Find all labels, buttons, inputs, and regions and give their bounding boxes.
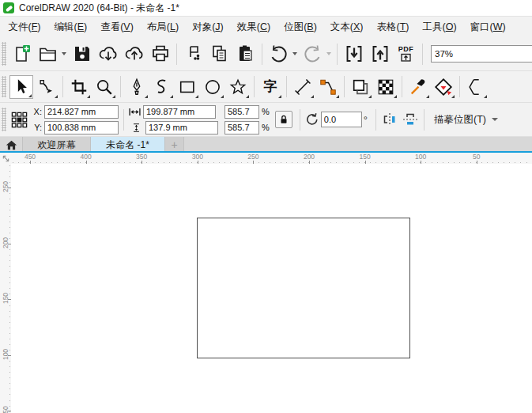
menu-item-E[interactable]: 编辑(E) [47, 17, 94, 37]
mirror-vertical-button[interactable] [400, 109, 421, 130]
menu-bar: 文件(F)编辑(E)查看(V)布局(L)对象(J)效果(C)位图(B)文本(X)… [0, 17, 532, 37]
toolbox-separator [459, 76, 460, 97]
x-position-input[interactable] [44, 105, 119, 119]
object-width-input[interactable] [143, 105, 216, 119]
horizontal-ruler[interactable]: 45040035030025020015010050 [11, 153, 532, 164]
copy-button[interactable] [206, 41, 232, 67]
menu-item-J[interactable]: 对象(J) [186, 17, 231, 37]
pdf-icon: PDF [398, 46, 414, 62]
open-button[interactable] [35, 41, 61, 67]
toolbox-drag-handle[interactable] [2, 76, 6, 97]
tab-untitled-label: 未命名 -1* [106, 138, 149, 152]
transparency-tool[interactable] [374, 75, 398, 99]
polygon-star-tool[interactable] [226, 75, 250, 99]
rectangle-tool[interactable] [175, 75, 199, 99]
save-button[interactable] [69, 41, 95, 67]
smart-fill-tool-partial[interactable] [464, 75, 488, 99]
rotate-icon [304, 109, 321, 130]
color-eyedropper-tool[interactable] [406, 75, 430, 99]
cut-button[interactable] [180, 41, 206, 67]
redo-icon [302, 44, 323, 64]
toolbox: 字 [0, 71, 532, 103]
menu-item-O[interactable]: 工具(O) [416, 17, 463, 37]
rotation-angle-input[interactable] [321, 112, 362, 127]
crop-tool[interactable] [67, 75, 91, 99]
menu-item-V[interactable]: 查看(V) [94, 17, 141, 37]
trace-bitmap-button[interactable]: 描摹位图(T) [428, 109, 504, 130]
home-tab-button[interactable] [0, 137, 22, 153]
shape-tool[interactable] [35, 75, 58, 99]
cut-icon [183, 44, 204, 64]
drawn-rectangle[interactable] [197, 218, 410, 358]
y-position-input[interactable] [44, 121, 119, 135]
menu-item-W[interactable]: 窗口(W) [463, 17, 512, 37]
freehand-curve-tool[interactable] [150, 75, 174, 99]
menu-item-B[interactable]: 位图(B) [277, 17, 324, 37]
tab-welcome-screen[interactable]: 欢迎屏幕 [22, 137, 90, 153]
transparency-checker-icon [376, 78, 395, 97]
ruler-row: 45040035030025020015010050 [0, 153, 532, 164]
mirror-horizontal-icon [381, 112, 398, 127]
scale-vertical-input[interactable] [224, 121, 259, 135]
pick-arrow-icon [12, 78, 31, 97]
print-button[interactable] [147, 41, 173, 67]
ruler-origin-button[interactable] [0, 153, 11, 164]
zoom-tool[interactable] [92, 75, 116, 99]
connector-icon [319, 78, 338, 97]
cloud-upload-button[interactable] [121, 41, 147, 67]
dimension-icon [293, 78, 312, 97]
toolbox-separator [286, 76, 287, 97]
undo-dropdown-caret[interactable] [292, 52, 297, 55]
menu-item-X[interactable]: 文本(X) [323, 17, 370, 37]
dimension-tool[interactable] [291, 75, 315, 99]
menu-item-L[interactable]: 布局(L) [140, 17, 185, 37]
redo-dropdown-caret[interactable] [326, 52, 331, 55]
pen-tool[interactable] [125, 75, 149, 99]
copy-icon [209, 44, 230, 64]
scale-horizontal-input[interactable] [224, 105, 259, 119]
menu-item-F[interactable]: 文件(F) [2, 17, 47, 37]
lock-ratio-button[interactable] [275, 111, 292, 128]
undo-button[interactable] [266, 41, 292, 67]
star-icon [228, 78, 247, 97]
cloud-upload-icon [123, 44, 145, 64]
redo-button[interactable] [300, 41, 326, 67]
x-position-label: X: [31, 107, 42, 116]
magnifier-icon [95, 78, 114, 97]
export-button[interactable] [367, 41, 393, 67]
mirror-horizontal-button[interactable] [379, 109, 400, 130]
toolbox-separator [120, 76, 121, 97]
pick-tool[interactable] [9, 75, 33, 99]
object-height-input[interactable] [145, 121, 218, 135]
open-folder-icon [38, 44, 58, 64]
save-icon [72, 44, 92, 64]
paste-button[interactable] [232, 41, 258, 67]
zoom-level-combo[interactable] [431, 45, 532, 63]
home-icon [6, 140, 17, 150]
new-document-button[interactable] [9, 41, 35, 67]
vertical-ruler[interactable]: 25020015010050 [0, 164, 11, 413]
drawing-canvas[interactable] [11, 164, 532, 413]
cloud-download-button[interactable] [95, 41, 121, 67]
connector-tool[interactable] [316, 75, 340, 99]
new-document-icon [12, 44, 32, 64]
propbar-separator [123, 109, 124, 131]
menu-item-T[interactable]: 表格(T) [370, 17, 416, 37]
standard-toolbar: PDF [0, 37, 532, 71]
ellipse-tool[interactable] [201, 75, 224, 99]
import-button[interactable] [341, 41, 367, 67]
menu-item-C[interactable]: 效果(C) [230, 17, 277, 37]
propbar-drag-handle[interactable] [2, 108, 6, 131]
title-bar: CorelDRAW 2020 (64-Bit) - 未命名 -1* [0, 0, 532, 17]
tab-untitled-document[interactable]: 未命名 -1* [90, 137, 165, 153]
new-tab-button[interactable]: + [165, 137, 184, 153]
open-dropdown-caret[interactable] [62, 52, 66, 55]
publish-pdf-button[interactable]: PDF [393, 41, 419, 67]
lock-icon [278, 114, 289, 125]
text-tool[interactable]: 字 [258, 75, 282, 99]
document-tab-bar: 欢迎屏幕 未命名 -1* + [0, 137, 532, 153]
drop-shadow-tool[interactable] [349, 75, 372, 99]
interactive-fill-tool[interactable] [432, 75, 455, 99]
toolbar-drag-handle[interactable] [2, 42, 6, 66]
y-position-label: Y: [31, 123, 42, 132]
